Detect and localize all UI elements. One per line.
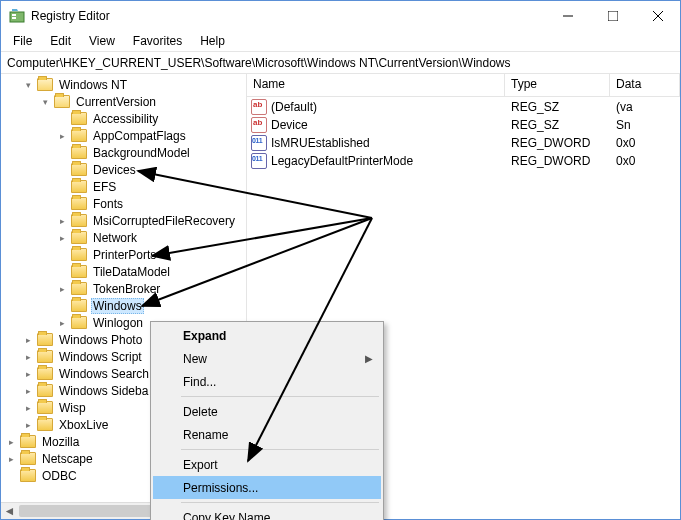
value-name: IsMRUEstablished [271,136,370,150]
expand-icon[interactable]: ▸ [56,316,69,329]
menu-file[interactable]: File [5,32,40,50]
expand-icon[interactable]: ▾ [39,95,52,108]
tree-node[interactable]: ▸Windows [1,297,246,314]
col-name[interactable]: Name [247,74,505,96]
ctx-new[interactable]: New▶ [153,347,381,370]
ctx-expand[interactable]: Expand [153,324,381,347]
folder-icon [71,231,87,244]
expand-icon[interactable]: ▸ [22,418,35,431]
menubar: File Edit View Favorites Help [1,31,680,52]
tree-label: CurrentVersion [74,95,158,109]
value-row[interactable]: DeviceREG_SZSn [247,116,680,134]
tree-label: XboxLive [57,418,110,432]
minimize-button[interactable] [545,1,590,31]
string-value-icon [251,117,267,133]
expand-icon[interactable]: ▸ [22,333,35,346]
tree-node[interactable]: ▸AppCompatFlags [1,127,246,144]
tree-label: Devices [91,163,138,177]
expand-icon[interactable]: ▸ [5,452,18,465]
folder-icon [71,316,87,329]
value-type: REG_DWORD [505,136,610,150]
tree-label: AppCompatFlags [91,129,188,143]
tree-label: Wisp [57,401,88,415]
expand-icon[interactable]: ▸ [56,214,69,227]
ctx-delete[interactable]: Delete [153,400,381,423]
tree-label: Network [91,231,139,245]
separator [181,502,379,503]
folder-icon [71,248,87,261]
ctx-permissions[interactable]: Permissions... [153,476,381,499]
value-name: (Default) [271,100,317,114]
tree-label: Windows Photo [57,333,144,347]
tree-node[interactable]: ▸Network [1,229,246,246]
folder-icon [71,214,87,227]
expand-icon[interactable]: ▸ [22,367,35,380]
tree-node[interactable]: ▸TokenBroker [1,280,246,297]
column-headers: Name Type Data [247,74,680,97]
window-title: Registry Editor [31,9,545,23]
tree-node[interactable]: ▸Fonts [1,195,246,212]
folder-icon [71,299,87,312]
tree-label: ODBC [40,469,79,483]
expand-icon[interactable]: ▸ [5,435,18,448]
col-data[interactable]: Data [610,74,680,96]
value-row[interactable]: LegacyDefaultPrinterModeREG_DWORD0x0 [247,152,680,170]
folder-icon [71,112,87,125]
expand-icon[interactable]: ▸ [56,282,69,295]
chevron-right-icon: ▶ [365,353,373,364]
tree-node[interactable]: ▸Accessibility [1,110,246,127]
maximize-button[interactable] [590,1,635,31]
tree-node[interactable]: ▸EFS [1,178,246,195]
folder-icon [37,333,53,346]
expand-icon[interactable]: ▾ [22,78,35,91]
tree-node[interactable]: ▸Devices [1,161,246,178]
value-data: 0x0 [610,136,680,150]
ctx-rename[interactable]: Rename [153,423,381,446]
menu-help[interactable]: Help [192,32,233,50]
tree-label: Netscape [40,452,95,466]
ctx-export[interactable]: Export [153,453,381,476]
tree-label: Winlogon [91,316,145,330]
menu-favorites[interactable]: Favorites [125,32,190,50]
menu-view[interactable]: View [81,32,123,50]
tree-label: TileDataModel [91,265,172,279]
tree-node[interactable]: ▾Windows NT [1,76,246,93]
value-row[interactable]: (Default)REG_SZ(va [247,98,680,116]
tree-label: Windows NT [57,78,129,92]
value-type: REG_SZ [505,118,610,132]
folder-icon [71,129,87,142]
expand-icon[interactable]: ▸ [22,350,35,363]
tree-node[interactable]: ▾CurrentVersion [1,93,246,110]
titlebar[interactable]: Registry Editor [1,1,680,31]
folder-icon [71,146,87,159]
expand-icon[interactable]: ▸ [22,384,35,397]
menu-edit[interactable]: Edit [42,32,79,50]
tree-label: BackgroundModel [91,146,192,160]
folder-icon [71,197,87,210]
dword-value-icon [251,135,267,151]
tree-node[interactable]: ▸TileDataModel [1,263,246,280]
svg-rect-2 [12,17,16,19]
tree-label: Fonts [91,197,125,211]
ctx-find[interactable]: Find... [153,370,381,393]
value-row[interactable]: IsMRUEstablishedREG_DWORD0x0 [247,134,680,152]
dword-value-icon [251,153,267,169]
expand-icon[interactable]: ▸ [22,401,35,414]
folder-icon [37,418,53,431]
tree-label: TokenBroker [91,282,162,296]
tree-node[interactable]: ▸PrinterPorts [1,246,246,263]
folder-icon [20,452,36,465]
tree-node[interactable]: ▸BackgroundModel [1,144,246,161]
ctx-copy-key-name[interactable]: Copy Key Name [153,506,381,520]
expand-icon[interactable]: ▸ [56,231,69,244]
close-button[interactable] [635,1,680,31]
address-bar[interactable]: Computer\HKEY_CURRENT_USER\Software\Micr… [1,52,680,74]
tree-label: Windows Sideba [57,384,150,398]
tree-node[interactable]: ▸MsiCorruptedFileRecovery [1,212,246,229]
string-value-icon [251,99,267,115]
separator [181,449,379,450]
col-type[interactable]: Type [505,74,610,96]
tree-label: Windows [91,298,144,314]
expand-icon[interactable]: ▸ [56,129,69,142]
folder-icon [54,95,70,108]
